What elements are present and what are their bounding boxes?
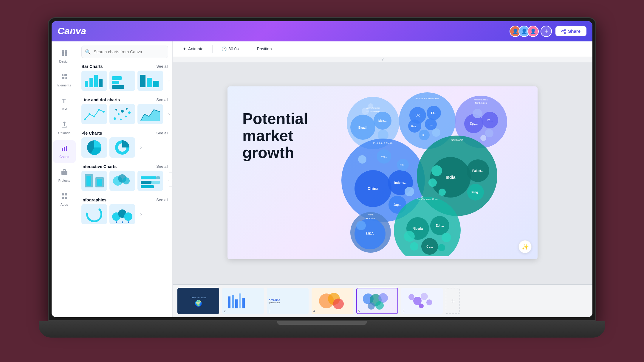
svg-rect-26 [140,75,145,87]
slide-num-2: 2 [224,310,226,313]
main-content: Design Elements T Text [52,41,592,317]
svg-point-30 [89,113,90,115]
interactive-see-all[interactable]: See all [156,164,168,169]
slide-thumb-5[interactable]: 5 [356,288,398,314]
pie-charts-next-arrow[interactable]: › [137,144,145,151]
animate-button[interactable]: ✦ Animate [179,45,208,53]
svg-point-135 [410,242,418,251]
svg-text:Tu...: Tu... [428,123,434,126]
text-label: Text [61,107,67,111]
svg-text:Fr...: Fr... [431,111,436,115]
infographics-next-arrow[interactable]: › [137,211,145,218]
sidebar-item-elements[interactable]: Elements [53,69,76,91]
svg-point-154 [408,294,414,300]
slide-thumb-4[interactable]: 4 [312,288,353,314]
svg-point-104 [405,187,414,196]
line-chart-thumb-1[interactable] [81,104,107,124]
svg-rect-24 [112,81,119,84]
sidebar-item-uploads[interactable]: Uploads [53,116,76,139]
share-button[interactable]: Share [555,26,586,36]
bar-chart-thumb-3[interactable] [137,71,163,91]
sidebar-item-apps[interactable]: Apps [53,188,76,211]
animate-label: Animate [188,46,203,51]
panel-collapse-toggle[interactable]: ‹ [169,172,173,187]
bar-chart-thumb-2[interactable] [109,71,135,91]
svg-point-125 [356,221,366,230]
interactive-chart-thumb-2[interactable] [109,171,135,191]
svg-rect-3 [65,50,67,53]
bar-charts-next-arrow[interactable]: › [165,77,173,84]
slide-thumb-3[interactable]: Area line growth view 3 [267,288,309,314]
svg-rect-144 [239,293,241,308]
infographics-see-all[interactable]: See all [156,198,168,202]
slide-thumb-6[interactable]: 6 [401,288,443,314]
interactive-title: Interactive Charts [81,164,117,169]
svg-point-33 [103,111,105,113]
svg-rect-142 [232,295,234,308]
pie-charts-see-all[interactable]: See all [156,131,168,135]
position-button[interactable]: Position [253,45,276,53]
slide-thumb-2[interactable]: 2 [222,288,264,314]
svg-text:North: North [368,213,374,216]
bar-chart-thumb-1[interactable] [81,71,107,91]
line-charts-next-arrow[interactable]: › [165,111,173,118]
slide-thumb-2-inner [223,288,263,313]
svg-rect-23 [112,76,122,80]
add-collaborator-button[interactable]: + [541,26,552,37]
search-input[interactable] [81,46,168,58]
filmstrip-expand-toggle[interactable]: ∨ [173,57,592,62]
add-slide-button[interactable]: + [446,288,460,314]
svg-text:👤: 👤 [121,221,124,223]
slide-thumb-1[interactable]: The world in data 🌍 1 [177,288,219,314]
area-chart-thumb-1[interactable] [137,104,163,124]
line-dot-see-all[interactable]: See all [156,97,168,102]
uploads-label: Uploads [58,131,70,135]
interactive-chart-thumb-1[interactable] [81,171,107,191]
svg-rect-141 [228,296,230,308]
svg-point-116 [431,165,442,176]
sidebar-item-text[interactable]: T Text [53,93,76,115]
infographic-thumb-2[interactable]: 👤 👤 👤 [109,204,135,224]
sidebar-item-design[interactable]: Design [53,45,76,68]
sidebar-item-projects[interactable]: Projects [53,164,76,187]
svg-rect-53 [141,176,156,179]
share-label: Share [568,29,580,34]
pie-chart-thumb-1[interactable] [81,137,107,158]
slide-num-1: 1 [179,310,181,313]
uploads-icon [61,121,68,130]
svg-text:Indone...: Indone... [394,181,406,184]
svg-text:USA: USA [366,232,374,236]
svg-text:China: China [368,186,379,191]
design-icon [61,49,68,58]
svg-point-37 [125,116,127,117]
slide-thumb-4-inner [312,288,353,313]
canvas-slide[interactable]: Potential market growth [227,86,538,259]
svg-point-40 [120,119,122,120]
svg-text:Jap...: Jap... [394,203,401,206]
sidebar-item-charts[interactable]: Charts [53,140,76,163]
interactive-chart-thumb-3[interactable] [137,171,163,191]
search-icon: 🔍 [85,49,91,55]
svg-text:Co...: Co... [426,245,433,248]
svg-point-36 [121,110,124,113]
svg-rect-145 [242,298,245,308]
slide-title-line1: Potential [242,110,308,127]
avatar-group: 👤 👤 👤 + [510,26,552,37]
bar-charts-see-all[interactable]: See all [156,64,168,69]
slide-thumb-6-inner [402,288,442,313]
infographic-thumb-1[interactable] [81,204,107,224]
svg-text:Ira...: Ira... [487,119,493,122]
duration-button[interactable]: 🕐 30.0s [217,45,243,53]
header-right: 👤 👤 👤 + Share [510,26,586,37]
svg-rect-14 [61,171,67,175]
dot-chart-thumb-1[interactable] [109,104,135,124]
svg-point-41 [126,108,128,110]
infographics-grid: 👤 👤 👤 › [77,204,172,228]
canvas-area: ✦ Animate 🕐 30.0s Position [173,41,592,317]
clock-icon: 🕐 [222,46,227,51]
svg-point-29 [84,119,86,120]
canvas-slide-container: Potential market growth [173,62,592,284]
ai-magic-button[interactable]: ✨ [518,240,532,253]
donut-chart-thumb-1[interactable] [109,137,135,158]
svg-point-148 [333,299,344,309]
